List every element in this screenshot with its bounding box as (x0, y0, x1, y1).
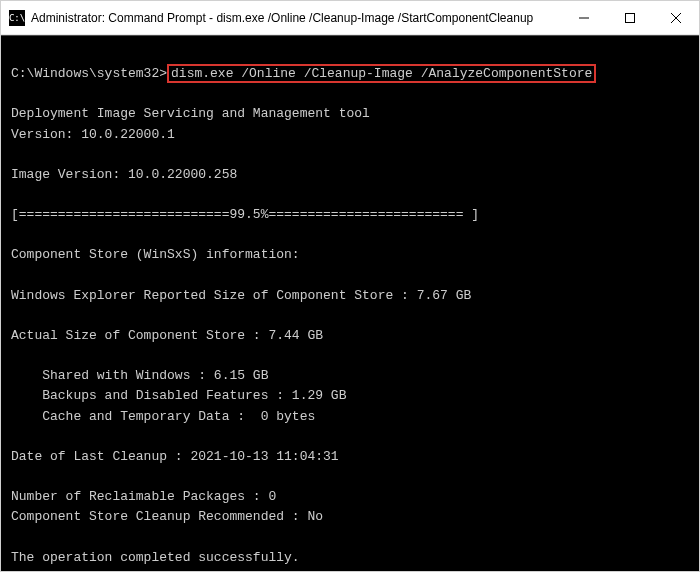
prompt-1: C:\Windows\system32> (11, 66, 167, 81)
image-version-1: Image Version: 10.0.22000.258 (11, 167, 237, 182)
store-info-header: Component Store (WinSxS) information: (11, 247, 300, 262)
close-button[interactable] (653, 1, 699, 35)
maximize-button[interactable] (607, 1, 653, 35)
cmd-window: C:\ Administrator: Command Prompt - dism… (0, 0, 700, 572)
maximize-icon (625, 13, 635, 23)
backups-disabled: Backups and Disabled Features : 1.29 GB (11, 388, 346, 403)
shared-windows: Shared with Windows : 6.15 GB (11, 368, 268, 383)
close-icon (671, 13, 681, 23)
reported-size: Windows Explorer Reported Size of Compon… (11, 288, 471, 303)
minimize-icon (579, 13, 589, 23)
actual-size: Actual Size of Component Store : 7.44 GB (11, 328, 323, 343)
window-controls (561, 1, 699, 35)
svg-rect-0 (626, 13, 635, 22)
cache-temp: Cache and Temporary Data : 0 bytes (11, 409, 315, 424)
operation-success: The operation completed successfully. (11, 550, 300, 565)
terminal-body[interactable]: C:\Windows\system32>dism.exe /Online /Cl… (1, 35, 699, 571)
reclaimable-packages: Number of Reclaimable Packages : 0 (11, 489, 276, 504)
last-cleanup: Date of Last Cleanup : 2021-10-13 11:04:… (11, 449, 339, 464)
progress-bar: [===========================99.5%=======… (11, 207, 479, 222)
highlighted-command-1: dism.exe /Online /Cleanup-Image /Analyze… (167, 64, 596, 83)
tool-version-1: Version: 10.0.22000.1 (11, 127, 175, 142)
window-title: Administrator: Command Prompt - dism.exe… (31, 11, 561, 25)
terminal-content: C:\Windows\system32>dism.exe /Online /Cl… (11, 64, 596, 571)
minimize-button[interactable] (561, 1, 607, 35)
titlebar[interactable]: C:\ Administrator: Command Prompt - dism… (1, 1, 699, 35)
cleanup-recommended: Component Store Cleanup Recommended : No (11, 509, 323, 524)
cmd-icon: C:\ (9, 10, 25, 26)
tool-title-1: Deployment Image Servicing and Managemen… (11, 106, 370, 121)
